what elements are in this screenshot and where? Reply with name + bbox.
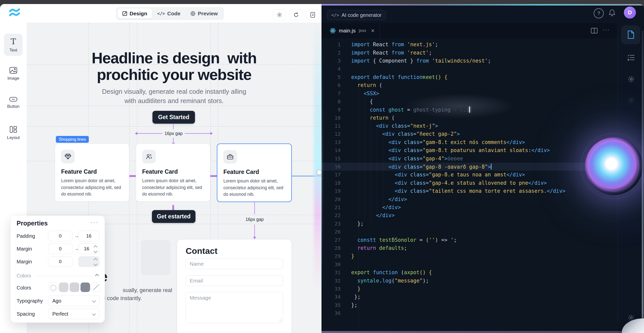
code-line[interactable]: 19 <div class="tailent css mona torte er… — [321, 187, 618, 195]
line-number: 34 — [321, 294, 341, 300]
divider-drag-handle[interactable] — [317, 170, 322, 175]
split-view-button[interactable] — [591, 28, 598, 34]
code-text: export function (axpot() { — [351, 269, 432, 275]
code-line[interactable]: 22 </div> — [321, 211, 618, 219]
contact-form-card[interactable]: Contact — [177, 239, 292, 333]
tab-code[interactable]: </> Code — [152, 9, 185, 19]
code-line[interactable]: 20 </div> — [321, 195, 618, 203]
code-line[interactable]: 34 }; — [321, 293, 618, 301]
code-line[interactable]: 15 <div class="gap-4">óeoee — [321, 154, 618, 162]
code-line[interactable]: 13 <div class="gam-8.t exict nós comment… — [321, 138, 618, 146]
color-swatch[interactable] — [80, 282, 90, 292]
code-line[interactable]: 35}; — [321, 301, 618, 309]
annotation-line — [254, 202, 255, 214]
sidebar-item-layout[interactable]: Layout — [4, 126, 23, 140]
ai-code-generator-badge[interactable]: </> AI code generator — [327, 10, 386, 20]
color-swatch[interactable] — [59, 282, 68, 292]
feature-card[interactable]: Feature Card Lorem ipsum dolor sit amet,… — [55, 144, 129, 202]
email-input[interactable] — [186, 275, 283, 286]
tab-design[interactable]: Design — [117, 9, 152, 19]
code-line[interactable]: 4 — [321, 65, 618, 73]
feature-card[interactable]: Feature Card Lorem ipsum dolor sit amet,… — [136, 144, 210, 202]
code-line[interactable]: 18 <div class="gap-4.e status allovened … — [321, 179, 618, 187]
get-estarted-button[interactable]: Get estarted — [152, 210, 195, 223]
notifications-button[interactable] — [608, 9, 616, 17]
code-line[interactable]: 31export function (axpot() { — [321, 268, 618, 276]
margin2-to-stepper[interactable] — [78, 256, 99, 267]
collapse-chevron-icon[interactable] — [96, 274, 98, 277]
code-line[interactable]: 10 return ( — [321, 114, 618, 122]
padding-from-input[interactable]: 0 — [48, 231, 72, 241]
gear-icon[interactable] — [618, 75, 644, 83]
button-tool-icon — [9, 97, 18, 102]
code-line[interactable]: 1import React from 'next.js'; — [321, 40, 618, 49]
code-line[interactable]: 26 — [321, 228, 618, 236]
code-line[interactable]: 12 <div class="ñeect gap-2"> — [321, 130, 618, 138]
color-swatch-ring[interactable] — [48, 282, 58, 292]
stepper-icons[interactable] — [94, 246, 97, 253]
code-line[interactable]: 14 <div class="gam-8.t poaturus anlavian… — [321, 146, 618, 154]
color-swatch[interactable] — [70, 282, 79, 292]
hero-headline[interactable]: Headline is design with prochitic your w… — [27, 50, 321, 83]
code-line[interactable]: 2import React from 'react'; — [321, 49, 618, 57]
notes-button[interactable] — [306, 9, 319, 20]
margin2-from-input[interactable]: 0 — [48, 256, 72, 267]
code-line[interactable]: 8 { — [321, 98, 618, 106]
code-line[interactable]: 30 — [321, 260, 618, 268]
sidebar-item-image[interactable]: Image — [4, 67, 23, 81]
feature-card-selected[interactable]: Feature Card Lorem ipsum dolor sit amet,… — [217, 144, 292, 202]
text-caret — [491, 164, 492, 170]
code-line[interactable]: 11 <div class="next-j"> — [321, 122, 618, 130]
padding-to-input[interactable]: 16 — [78, 231, 99, 241]
code-line[interactable]: 7 <SSX> — [321, 89, 618, 97]
typography-select[interactable]: Ago — [48, 296, 100, 306]
code-line[interactable]: 9 const ghost = ghost-typing · ... — [321, 106, 618, 114]
design-icon — [122, 11, 127, 16]
code-line[interactable]: 17 <div class="gap-8.e taus noa an amst<… — [321, 171, 618, 179]
spacing-select[interactable]: Perfect — [48, 309, 100, 319]
code-line[interactable]: 29} — [321, 252, 618, 260]
rail-file-button[interactable] — [621, 25, 640, 44]
layer-tag[interactable]: Shopping lines — [56, 136, 89, 143]
ai-orb[interactable] — [585, 137, 643, 195]
annotation-line — [173, 124, 174, 129]
card-body: Lorem ipsum dolor sit amet, consectetur … — [142, 177, 203, 198]
hero-subtitle[interactable]: Design visually, generate real code inst… — [27, 87, 321, 106]
margin-from-input[interactable]: 0 — [48, 244, 72, 254]
margin-to-stepper[interactable]: 16 — [78, 244, 99, 254]
checklist-icon[interactable] — [618, 54, 644, 61]
code-line[interactable]: 5export default functionʀeet() { — [321, 73, 618, 81]
help-button[interactable]: ? — [594, 8, 604, 18]
code-line[interactable]: 3import { Component } from 'tailwindcss/… — [321, 57, 618, 65]
tab-overflow-button[interactable]: ··· — [603, 27, 610, 33]
code-line[interactable]: 33 } — [321, 285, 618, 293]
app-logo-icon[interactable] — [9, 8, 20, 19]
avatar[interactable]: D — [624, 7, 636, 19]
message-textarea[interactable] — [186, 292, 283, 323]
code-line[interactable]: 6 return ( — [321, 81, 618, 89]
sidebar-item-text[interactable]: T Text — [4, 34, 23, 56]
refresh-button[interactable] — [290, 9, 302, 20]
pane-divider[interactable] — [321, 54, 321, 280]
editor-tab-mainjs[interactable]: main.js jssx × — [325, 23, 380, 38]
code-line[interactable]: 27 constt testƃSonolor = ('') => '; — [321, 236, 618, 244]
name-input[interactable] — [186, 259, 283, 269]
code-editor[interactable]: 1import React from 'next.js';2import Rea… — [321, 38, 618, 331]
sidebar-item-button[interactable]: Button — [4, 97, 23, 109]
get-started-button[interactable]: Get Started — [152, 111, 195, 124]
properties-panel: Properties ··· Padding 0 → 16 Margin 0 →… — [10, 215, 105, 323]
panel-menu-button[interactable]: ··· — [90, 219, 99, 226]
close-icon[interactable]: × — [371, 27, 375, 34]
resize-handle-icon[interactable] — [279, 319, 282, 322]
code-line[interactable]: 21 </div> — [321, 203, 618, 211]
code-line[interactable]: 23 }; — [321, 220, 618, 228]
settings-button[interactable] — [273, 9, 286, 20]
code-line[interactable]: 32 syntale.log("message"); — [321, 276, 618, 284]
code-line[interactable]: 28 return defaults; — [321, 244, 618, 252]
sidebar-item-label: Image — [7, 76, 19, 81]
code-line[interactable]: 36 — [321, 309, 618, 317]
tab-preview[interactable]: Preview — [186, 9, 222, 19]
color-swatch-none[interactable] — [91, 282, 101, 292]
code-line[interactable]: 16 <div class="gap-8 -ɑavarð gap-8"> — [321, 163, 618, 171]
stepper-icons[interactable] — [94, 259, 97, 265]
